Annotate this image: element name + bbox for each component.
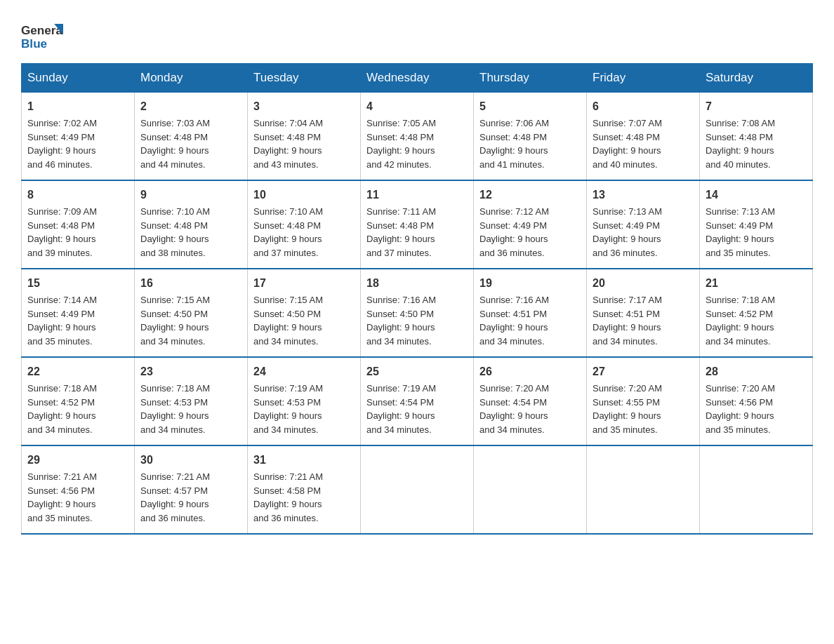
day-number: 9 — [140, 187, 241, 203]
calendar-cell: 9Sunrise: 7:10 AMSunset: 4:48 PMDaylight… — [135, 180, 248, 269]
daylight-info: Daylight: 9 hours — [593, 322, 661, 333]
sunset-info: Sunset: 4:48 PM — [593, 132, 660, 142]
calendar-cell: 24Sunrise: 7:19 AMSunset: 4:53 PMDayligh… — [248, 357, 361, 445]
daylight-minutes-info: and 36 minutes. — [479, 248, 545, 258]
sunrise-info: Sunrise: 7:05 AM — [366, 118, 436, 128]
sunset-info: Sunset: 4:51 PM — [593, 309, 660, 319]
day-number: 6 — [593, 98, 694, 115]
calendar-cell: 8Sunrise: 7:09 AMSunset: 4:48 PMDaylight… — [22, 180, 135, 269]
day-number: 20 — [593, 275, 694, 292]
calendar-cell — [587, 445, 700, 534]
day-number: 17 — [253, 275, 355, 292]
sunrise-info: Sunrise: 7:15 AM — [140, 295, 210, 305]
sunrise-info: Sunrise: 7:15 AM — [253, 295, 323, 305]
calendar-cell: 23Sunrise: 7:18 AMSunset: 4:53 PMDayligh… — [135, 357, 248, 445]
day-number: 25 — [366, 363, 468, 380]
daylight-minutes-info: and 34 minutes. — [706, 336, 771, 347]
svg-text:Blue: Blue — [21, 36, 47, 51]
calendar-week-row: 22Sunrise: 7:18 AMSunset: 4:52 PMDayligh… — [22, 357, 813, 445]
calendar-header-row: SundayMondayTuesdayWednesdayThursdayFrid… — [22, 64, 813, 93]
sunrise-info: Sunrise: 7:09 AM — [27, 206, 97, 217]
daylight-minutes-info: and 38 minutes. — [140, 248, 206, 258]
sunset-info: Sunset: 4:54 PM — [366, 397, 434, 408]
sunset-info: Sunset: 4:49 PM — [479, 220, 547, 231]
day-number: 18 — [366, 275, 468, 292]
calendar-week-row: 29Sunrise: 7:21 AMSunset: 4:56 PMDayligh… — [22, 445, 813, 534]
calendar-week-row: 1Sunrise: 7:02 AMSunset: 4:49 PMDaylight… — [22, 93, 813, 181]
daylight-info: Daylight: 9 hours — [27, 322, 96, 333]
daylight-minutes-info: and 35 minutes. — [706, 424, 771, 435]
calendar-cell: 13Sunrise: 7:13 AMSunset: 4:49 PMDayligh… — [587, 180, 700, 269]
sunset-info: Sunset: 4:58 PM — [253, 485, 321, 496]
daylight-info: Daylight: 9 hours — [140, 410, 209, 421]
sunrise-info: Sunrise: 7:10 AM — [140, 206, 210, 217]
daylight-minutes-info: and 34 minutes. — [366, 336, 432, 347]
daylight-info: Daylight: 9 hours — [253, 410, 322, 421]
daylight-info: Daylight: 9 hours — [479, 410, 548, 421]
daylight-info: Daylight: 9 hours — [479, 234, 548, 244]
daylight-info: Daylight: 9 hours — [593, 145, 661, 156]
sunset-info: Sunset: 4:49 PM — [706, 220, 773, 231]
calendar-table: SundayMondayTuesdayWednesdayThursdayFrid… — [21, 63, 813, 535]
daylight-minutes-info: and 34 minutes. — [140, 424, 206, 435]
sunrise-info: Sunrise: 7:18 AM — [27, 383, 97, 394]
day-number: 2 — [140, 98, 241, 115]
sunset-info: Sunset: 4:48 PM — [366, 132, 434, 142]
day-number: 8 — [27, 187, 128, 203]
day-number: 29 — [27, 452, 128, 469]
day-number: 7 — [706, 98, 807, 115]
calendar-week-row: 8Sunrise: 7:09 AMSunset: 4:48 PMDaylight… — [22, 180, 813, 269]
daylight-info: Daylight: 9 hours — [366, 410, 435, 421]
sunset-info: Sunset: 4:48 PM — [253, 132, 321, 142]
calendar-cell: 19Sunrise: 7:16 AMSunset: 4:51 PMDayligh… — [474, 269, 587, 357]
sunset-info: Sunset: 4:50 PM — [253, 309, 321, 319]
calendar-cell — [700, 445, 813, 534]
daylight-info: Daylight: 9 hours — [479, 145, 548, 156]
column-header-saturday: Saturday — [700, 64, 813, 93]
daylight-minutes-info: and 35 minutes. — [27, 336, 93, 347]
sunrise-info: Sunrise: 7:11 AM — [366, 206, 436, 217]
daylight-minutes-info: and 39 minutes. — [27, 248, 93, 258]
daylight-info: Daylight: 9 hours — [366, 322, 435, 333]
sunset-info: Sunset: 4:52 PM — [27, 397, 95, 408]
calendar-cell: 18Sunrise: 7:16 AMSunset: 4:50 PMDayligh… — [361, 269, 474, 357]
sunrise-info: Sunrise: 7:08 AM — [706, 118, 775, 128]
daylight-info: Daylight: 9 hours — [253, 322, 322, 333]
sunrise-info: Sunrise: 7:19 AM — [366, 383, 436, 394]
day-number: 24 — [253, 363, 355, 380]
calendar-cell: 29Sunrise: 7:21 AMSunset: 4:56 PMDayligh… — [22, 445, 135, 534]
sunset-info: Sunset: 4:50 PM — [140, 309, 208, 319]
sunset-info: Sunset: 4:49 PM — [593, 220, 660, 231]
daylight-minutes-info: and 34 minutes. — [479, 424, 545, 435]
sunrise-info: Sunrise: 7:13 AM — [593, 206, 662, 217]
sunset-info: Sunset: 4:52 PM — [706, 309, 773, 319]
day-number: 12 — [479, 187, 581, 203]
day-number: 10 — [253, 187, 355, 203]
day-number: 4 — [366, 98, 468, 115]
daylight-minutes-info: and 36 minutes. — [593, 248, 658, 258]
day-number: 14 — [706, 187, 807, 203]
sunset-info: Sunset: 4:48 PM — [140, 220, 208, 231]
calendar-cell: 12Sunrise: 7:12 AMSunset: 4:49 PMDayligh… — [474, 180, 587, 269]
calendar-cell: 16Sunrise: 7:15 AMSunset: 4:50 PMDayligh… — [135, 269, 248, 357]
daylight-minutes-info: and 35 minutes. — [593, 424, 658, 435]
sunrise-info: Sunrise: 7:13 AM — [706, 206, 775, 217]
daylight-minutes-info: and 37 minutes. — [366, 248, 432, 258]
sunrise-info: Sunrise: 7:20 AM — [593, 383, 662, 394]
column-header-wednesday: Wednesday — [361, 64, 474, 93]
daylight-minutes-info: and 35 minutes. — [706, 248, 771, 258]
sunset-info: Sunset: 4:53 PM — [140, 397, 208, 408]
daylight-minutes-info: and 36 minutes. — [253, 513, 319, 523]
sunset-info: Sunset: 4:57 PM — [140, 485, 208, 496]
page-header: General Blue — [21, 14, 813, 52]
daylight-minutes-info: and 36 minutes. — [140, 513, 206, 523]
calendar-cell: 6Sunrise: 7:07 AMSunset: 4:48 PMDaylight… — [587, 93, 700, 181]
daylight-info: Daylight: 9 hours — [140, 234, 209, 244]
daylight-info: Daylight: 9 hours — [706, 145, 774, 156]
sunset-info: Sunset: 4:51 PM — [479, 309, 547, 319]
column-header-friday: Friday — [587, 64, 700, 93]
day-number: 16 — [140, 275, 241, 292]
column-header-tuesday: Tuesday — [248, 64, 361, 93]
sunset-info: Sunset: 4:48 PM — [253, 220, 321, 231]
calendar-cell: 21Sunrise: 7:18 AMSunset: 4:52 PMDayligh… — [700, 269, 813, 357]
